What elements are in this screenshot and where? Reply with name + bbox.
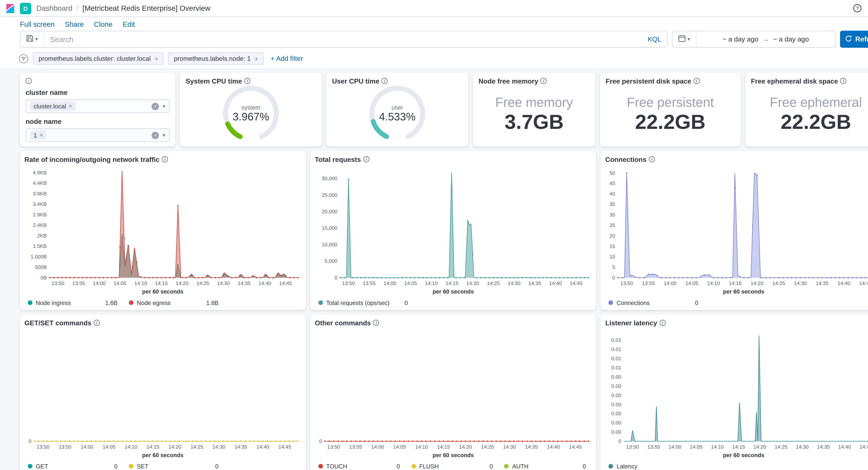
- legend-item[interactable]: Node ingress1.6B: [28, 299, 120, 306]
- svg-text:1.5KB: 1.5KB: [33, 243, 47, 249]
- info-icon[interactable]: i: [373, 320, 379, 326]
- legend-item[interactable]: FLUSH0: [411, 463, 495, 469]
- remove-value-icon[interactable]: ×: [40, 133, 43, 138]
- gauge-value: 3.967%: [232, 111, 269, 124]
- legend-item[interactable]: Connections0: [609, 299, 701, 306]
- svg-text:0: 0: [319, 438, 322, 444]
- refresh-button[interactable]: Refresh: [840, 31, 868, 48]
- svg-text:14:25: 14:25: [481, 444, 494, 450]
- total-requests-chart[interactable]: 05,00010,00015,00020,00025,00030,00013:5…: [315, 166, 591, 288]
- date-quick-select-button[interactable]: ▾: [673, 31, 696, 47]
- close-icon[interactable]: ×: [155, 55, 158, 62]
- legend-label: GET: [36, 463, 48, 469]
- info-icon[interactable]: i: [381, 78, 388, 84]
- info-icon[interactable]: i: [649, 156, 655, 163]
- svg-text:14:35: 14:35: [816, 281, 829, 286]
- legend-item[interactable]: GET0: [28, 463, 120, 469]
- node-name-select[interactable]: 1 × × ▾: [26, 128, 169, 142]
- info-icon[interactable]: i: [693, 78, 700, 84]
- svg-text:0.00: 0.00: [612, 383, 621, 389]
- svg-text:10: 10: [610, 254, 615, 260]
- info-icon[interactable]: i: [162, 156, 168, 163]
- help-icon[interactable]: ?: [853, 4, 862, 12]
- svg-text:3.4KB: 3.4KB: [33, 201, 47, 207]
- kql-button[interactable]: KQL: [642, 35, 667, 43]
- info-icon[interactable]: i: [94, 320, 100, 326]
- clear-selection-icon[interactable]: ×: [152, 131, 159, 139]
- chart-legend: Node ingress1.6BNode egress1.6B: [25, 295, 301, 306]
- get-set-commands-chart[interactable]: 013:5013:5514:0014:0514:1014:1514:2014:2…: [25, 330, 301, 451]
- filter-pill-node[interactable]: prometheus.labels.node: 1 ×: [168, 52, 264, 65]
- svg-text:0.00: 0.00: [612, 411, 621, 417]
- svg-text:14:25: 14:25: [775, 444, 787, 450]
- legend-item[interactable]: TOUCH0: [318, 463, 402, 469]
- panel-title: Rate of incoming/outgoing network traffi…: [25, 156, 159, 164]
- other-commands-chart[interactable]: 013:5013:5514:0014:0514:1014:1514:2014:2…: [315, 330, 591, 451]
- svg-text:0.00: 0.00: [612, 420, 621, 426]
- svg-text:2KB: 2KB: [37, 233, 47, 239]
- cluster-name-select[interactable]: cluster.local × × ▾: [26, 99, 169, 113]
- add-filter-button[interactable]: + Add filter: [271, 55, 303, 62]
- listener-latency-chart[interactable]: 00.000.000.000.000.000.000.000.010.010.0…: [605, 330, 868, 451]
- svg-text:0: 0: [613, 275, 615, 281]
- search-bar: ▾ KQL: [20, 31, 667, 48]
- chevron-down-icon[interactable]: ▾: [163, 104, 165, 109]
- share-link[interactable]: Share: [65, 21, 84, 27]
- legend-item[interactable]: AUTH0: [504, 463, 588, 469]
- legend-item[interactable]: SET0: [129, 463, 221, 469]
- svg-text:0.00: 0.00: [612, 429, 621, 435]
- filter-pill-label: prometheus.labels.cluster: cluster.local: [38, 55, 151, 62]
- breadcrumb-dashboard[interactable]: Dashboard: [36, 4, 72, 12]
- dashboard-row-2: Rate of incoming/outgoing network traffi…: [20, 151, 868, 310]
- svg-text:0.01: 0.01: [612, 337, 621, 343]
- connections-chart[interactable]: 0510152025303540455013:5013:5514:0014:05…: [605, 166, 868, 288]
- legend-item[interactable]: Total requests (ops/sec)0: [318, 299, 410, 306]
- svg-text:13:50: 13:50: [620, 281, 633, 286]
- chart-legend: Latency: [605, 459, 868, 470]
- save-query-button[interactable]: ▾: [21, 31, 44, 47]
- full-screen-link[interactable]: Full screen: [20, 21, 55, 27]
- clear-selection-icon[interactable]: ×: [152, 102, 159, 110]
- space-avatar[interactable]: D: [20, 3, 31, 14]
- info-icon[interactable]: i: [26, 78, 32, 84]
- filter-pill-cluster[interactable]: prometheus.labels.cluster: cluster.local…: [33, 52, 164, 65]
- panel-total-requests: Total requestsi 05,00010,00015,00020,000…: [310, 151, 596, 310]
- cluster-value-pill: cluster.local ×: [30, 101, 75, 111]
- info-icon[interactable]: i: [840, 78, 846, 84]
- info-icon[interactable]: i: [244, 78, 250, 84]
- breadcrumb: Dashboard / [Metricbeat Redis Enterprise…: [36, 4, 210, 12]
- filter-icon[interactable]: [19, 54, 28, 63]
- svg-text:14:25: 14:25: [196, 281, 209, 286]
- network-traffic-chart[interactable]: 0B500B1,000B1.5KB2KB2.4KB2.9KB3.4KB3.9KB…: [25, 166, 301, 288]
- legend-item[interactable]: Node egress1.6B: [129, 299, 221, 306]
- svg-text:14:35: 14:35: [235, 444, 247, 450]
- chevron-down-icon[interactable]: ▾: [163, 133, 165, 138]
- svg-text:14:10: 14:10: [125, 444, 137, 450]
- svg-text:14:00: 14:00: [669, 444, 682, 450]
- metric-label: Free persistent: [627, 95, 714, 110]
- info-icon[interactable]: i: [659, 320, 665, 326]
- top-navigation-bar: D Dashboard / [Metricbeat Redis Enterpri…: [0, 0, 868, 17]
- svg-text:5,000: 5,000: [324, 259, 337, 264]
- filter-pill-label: prometheus.labels.node: 1: [174, 55, 251, 62]
- chart-svg: 00.000.000.000.000.000.000.000.010.010.0…: [605, 330, 868, 452]
- user-cpu-gauge: user 4.533%: [332, 85, 463, 142]
- svg-text:14:45: 14:45: [569, 444, 582, 450]
- svg-text:14:25: 14:25: [773, 281, 785, 286]
- date-from[interactable]: ~ a day ago: [722, 35, 758, 43]
- svg-text:30,000: 30,000: [321, 176, 337, 181]
- svg-text:14:30: 14:30: [794, 281, 807, 286]
- svg-text:14:40: 14:40: [549, 281, 562, 286]
- info-icon[interactable]: i: [363, 156, 369, 163]
- date-range-display[interactable]: ~ a day ago → ~ a day ago: [696, 31, 835, 47]
- kibana-logo[interactable]: [6, 4, 15, 13]
- chart-svg: 0B500B1,000B1.5KB2KB2.4KB2.9KB3.4KB3.9KB…: [25, 166, 302, 288]
- info-icon[interactable]: i: [540, 78, 547, 84]
- remove-value-icon[interactable]: ×: [69, 104, 72, 109]
- legend-item[interactable]: Latency: [609, 463, 701, 469]
- close-icon[interactable]: ×: [255, 55, 258, 62]
- search-input[interactable]: [44, 35, 642, 43]
- date-to[interactable]: ~ a day ago: [773, 35, 809, 43]
- clone-link[interactable]: Clone: [94, 21, 113, 27]
- edit-link[interactable]: Edit: [123, 21, 135, 27]
